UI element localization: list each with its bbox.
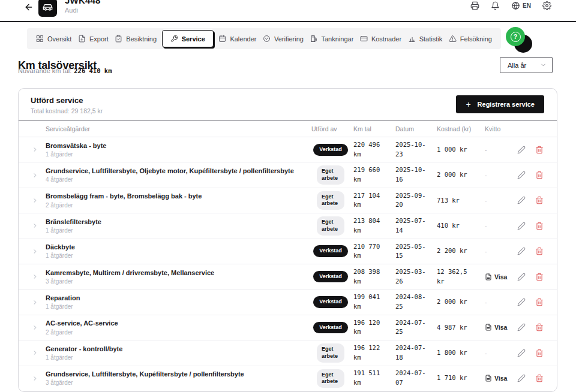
wrench-icon bbox=[170, 35, 178, 43]
row-expand-button[interactable] bbox=[32, 188, 38, 213]
pencil-icon bbox=[517, 323, 526, 331]
pencil-icon bbox=[517, 222, 526, 230]
edit-service-button[interactable] bbox=[517, 239, 526, 264]
service-actions-cell: Kamremsbyte, Multirem / drivremsbyte, Me… bbox=[46, 264, 310, 289]
tab-export[interactable]: Export bbox=[77, 32, 110, 45]
print-button[interactable] bbox=[470, 1, 479, 10]
row-expand-button[interactable] bbox=[32, 340, 38, 365]
delete-service-button[interactable] bbox=[535, 213, 544, 238]
receipt-cell: - bbox=[485, 239, 520, 264]
tab-verifiering[interactable]: Verifiering bbox=[262, 32, 305, 45]
notifications-button[interactable] bbox=[491, 1, 500, 10]
service-actions-count: 1 åtgärder bbox=[46, 252, 73, 259]
row-expand-button[interactable] bbox=[32, 366, 38, 391]
tab-felsökning[interactable]: Felsökning bbox=[448, 32, 493, 45]
delete-service-button[interactable] bbox=[535, 162, 544, 187]
receipt-empty: - bbox=[485, 146, 487, 153]
edit-service-button[interactable] bbox=[517, 213, 526, 238]
table-row: Bränslefiltersbyte 1 åtgärder Eget arbet… bbox=[19, 213, 557, 239]
document-icon bbox=[485, 273, 492, 281]
tab-kalender[interactable]: Kalender bbox=[217, 32, 257, 45]
service-actions-count: 3 åtgärder bbox=[46, 278, 73, 285]
date-cell: 2025-07-14 bbox=[395, 213, 430, 238]
help-button[interactable]: ? bbox=[506, 27, 525, 46]
service-actions-cell: Bromsbelägg fram - byte, Bromsbelägg bak… bbox=[46, 188, 310, 213]
performed-by-badge: Eget arbete bbox=[317, 165, 344, 184]
service-title: Bromsvätska - byte bbox=[46, 142, 107, 150]
row-expand-button[interactable] bbox=[32, 290, 38, 314]
tab-besiktning[interactable]: Besiktning bbox=[113, 32, 158, 45]
edit-service-button[interactable] bbox=[517, 340, 526, 365]
delete-service-button[interactable] bbox=[535, 137, 544, 162]
km-cell: 196 120 km bbox=[353, 315, 387, 340]
cost-cell: 1 710 kr bbox=[437, 366, 475, 391]
register-service-label: Registrera service bbox=[478, 101, 535, 108]
delete-service-button[interactable] bbox=[535, 290, 544, 314]
current-km: Nuvarande km tal:226 410 km bbox=[18, 67, 112, 74]
cost-cell: 1 800 kr bbox=[437, 340, 475, 365]
card-header: Utförd service Total kostnad: 29 182,5 k… bbox=[19, 89, 557, 120]
credit-card-icon bbox=[360, 35, 368, 43]
service-actions-count: 2 åtgärder bbox=[46, 329, 73, 336]
service-title: Däckbyte bbox=[46, 243, 75, 251]
current-km-label: Nuvarande km tal: bbox=[18, 67, 71, 74]
date-cell: 2024-07-25 bbox=[395, 315, 430, 340]
tab-kostnader[interactable]: Kostnader bbox=[359, 32, 403, 45]
trash-icon bbox=[535, 298, 544, 306]
settings-button[interactable] bbox=[542, 1, 551, 10]
edit-service-button[interactable] bbox=[517, 137, 526, 162]
tab-label: Statistik bbox=[419, 35, 443, 43]
edit-service-button[interactable] bbox=[517, 315, 526, 340]
topbar-actions: EN bbox=[470, 1, 551, 10]
performed-by-cell: Eget arbete bbox=[310, 366, 351, 391]
row-expand-button[interactable] bbox=[32, 137, 38, 162]
delete-service-button[interactable] bbox=[535, 188, 544, 213]
receipt-view-link[interactable]: Visa bbox=[485, 375, 507, 382]
performed-by-cell: Verkstad bbox=[310, 315, 351, 340]
row-expand-button[interactable] bbox=[32, 264, 38, 289]
arrow-left-icon bbox=[24, 2, 34, 12]
receipt-view-link[interactable]: Visa bbox=[485, 324, 507, 331]
tab-service[interactable]: Service bbox=[162, 30, 214, 47]
edit-service-button[interactable] bbox=[517, 264, 526, 289]
delete-service-button[interactable] bbox=[535, 264, 544, 289]
edit-service-button[interactable] bbox=[517, 366, 526, 391]
service-title: Bromsbelägg fram - byte, Bromsbelägg bak… bbox=[46, 192, 202, 200]
delete-service-button[interactable] bbox=[535, 239, 544, 264]
edit-service-button[interactable] bbox=[517, 162, 526, 187]
tab-statistik[interactable]: Statistik bbox=[407, 32, 444, 45]
receipt-empty: - bbox=[485, 197, 487, 204]
row-expand-button[interactable] bbox=[32, 239, 38, 264]
chevron-right-icon bbox=[32, 248, 38, 255]
year-filter-select[interactable]: Alla år bbox=[500, 57, 553, 73]
card-total-cost: Total kostnad: 29 182,5 kr bbox=[31, 107, 103, 114]
tab-label: Kostnader bbox=[371, 35, 401, 43]
cost-cell: 410 kr bbox=[437, 213, 475, 238]
edit-service-button[interactable] bbox=[517, 188, 526, 213]
service-actions-cell: Bränslefiltersbyte 1 åtgärder bbox=[46, 213, 310, 238]
tab-label: Export bbox=[89, 35, 109, 43]
receipt-label: Visa bbox=[494, 324, 507, 331]
cost-cell: 4 987 kr bbox=[437, 315, 475, 340]
tab-label: Besiktning bbox=[126, 35, 157, 43]
tab-tankningar[interactable]: Tankningar bbox=[309, 32, 355, 45]
edit-service-button[interactable] bbox=[517, 290, 526, 314]
row-expand-button[interactable] bbox=[32, 213, 38, 238]
row-expand-button[interactable] bbox=[32, 162, 38, 187]
delete-service-button[interactable] bbox=[535, 366, 544, 391]
language-button[interactable]: EN bbox=[511, 1, 531, 10]
delete-service-button[interactable] bbox=[535, 315, 544, 340]
tab-label: Översikt bbox=[47, 35, 71, 43]
performed-by-badge: Eget arbete bbox=[317, 343, 344, 362]
receipt-view-link[interactable]: Visa bbox=[485, 273, 507, 281]
back-button[interactable] bbox=[24, 2, 35, 13]
tab-översikt[interactable]: Översikt bbox=[35, 32, 73, 45]
trash-icon bbox=[535, 349, 544, 357]
date-cell: 2024-07-07 bbox=[395, 366, 430, 391]
column-header-date: Datum bbox=[395, 121, 414, 137]
register-service-button[interactable]: + Registrera service bbox=[456, 95, 544, 113]
year-filter-value: Alla år bbox=[508, 62, 526, 69]
receipt-cell: - bbox=[485, 340, 520, 365]
row-expand-button[interactable] bbox=[32, 315, 38, 340]
delete-service-button[interactable] bbox=[535, 340, 544, 365]
